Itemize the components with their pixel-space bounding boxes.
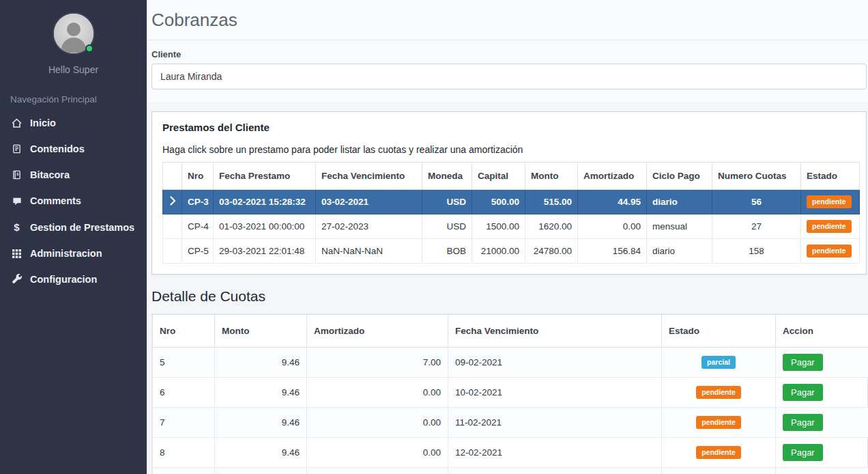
cuota-cell-estado: parcial [662,348,776,378]
loan-cell-estado: pendiente [801,214,860,239]
loan-cell-estado: pendiente [801,190,860,214]
cuota-cell-fecha_vencimiento: 09-02-2021 [448,348,662,378]
client-label: Cliente [151,49,867,59]
cuotas-col-estado: Estado [662,315,776,348]
loan-cell-moneda: USD [422,214,472,239]
client-input[interactable] [151,64,867,89]
cuota-cell-amortizado: 0.00 [307,378,448,408]
user-panel: Hello Super [0,0,147,75]
app-root: Hello Super Navegación Principal InicioC… [0,0,868,474]
chevron-right-icon [169,197,176,208]
sidebar-item-comments[interactable]: Comments [0,188,147,214]
cuota-cell-nro: 9 [153,468,215,474]
cuota-cell-accion: Pagar [776,408,868,438]
cuota-cell-accion: Pagar [776,378,868,408]
main-content: Cobranzas Cliente Prestamos del Cliente … [147,0,868,474]
estado-badge: pendiente [696,386,741,399]
dollar-icon: $ [10,221,23,233]
loan-cell-fecha_prestamo: 29-03-2021 22:01:48 [214,239,316,264]
cuotas-table: NroMontoAmortizadoFecha VencimientoEstad… [152,314,868,474]
grid-icon [10,249,23,259]
pagar-button[interactable]: Pagar [783,384,823,401]
page-title: Cobranzas [151,10,852,31]
sidebar-item-bitacora[interactable]: Bitacora [0,162,147,188]
estado-badge: pendiente [696,416,741,429]
sidebar-item-label: Bitacora [30,169,70,180]
loans-card-title: Prestamos del Cliente [162,122,856,133]
cuota-cell-amortizado: 0.00 [307,438,448,468]
loan-cell-ciclo_pago: diario [647,190,712,214]
estado-badge: pendiente [807,220,852,233]
estado-badge: pendiente [807,245,852,257]
cuota-cell-fecha_vencimiento: 10-02-2021 [448,378,662,408]
pagar-button[interactable]: Pagar [783,414,823,431]
loan-cell-ciclo_pago: diario [647,239,712,264]
sidebar-item-label: Gestion de Prestamos [30,222,134,233]
loans-col-amortizado: Amortizado [578,163,647,190]
cuota-row: 99.460.0013-02-2021pendientePagar [153,468,868,474]
estado-badge: pendiente [696,446,741,459]
cuota-cell-nro: 6 [153,378,215,408]
row-chevron-cell [163,239,182,264]
loan-cell-nro: CP-3 [182,190,214,214]
loan-row[interactable]: CP-303-02-2021 15:28:3203-02-2021USD500.… [163,190,860,214]
page-header: Cobranzas [147,0,868,40]
cuotas-col-accion: Accion [776,315,868,348]
cuota-row: 89.460.0012-02-2021pendientePagar [153,438,868,468]
loan-cell-fecha_vencimiento: 27-02-2023 [316,214,422,239]
cuota-cell-estado: pendiente [662,378,776,408]
cuota-cell-estado: pendiente [662,468,776,474]
cuota-cell-fecha_vencimiento: 11-02-2021 [448,408,662,438]
client-block: Cliente [147,40,868,102]
cuota-row: 79.460.0011-02-2021pendientePagar [153,408,868,438]
cuota-row: 69.460.0010-02-2021pendientePagar [153,378,868,408]
cuotas-col-amortizado: Amortizado [307,315,448,348]
row-chevron-cell [163,190,182,214]
sidebar-item-label: Contenidos [30,143,85,154]
pagar-button[interactable]: Pagar [783,444,823,461]
sidebar-item-contenidos[interactable]: Contenidos [0,136,147,162]
cuota-cell-accion: Pagar [776,468,868,474]
cuota-cell-fecha_vencimiento: 12-02-2021 [448,438,662,468]
estado-badge: parcial [701,356,736,369]
cuota-cell-estado: pendiente [662,408,776,438]
loan-cell-nro: CP-5 [182,239,214,264]
sidebar: Hello Super Navegación Principal InicioC… [0,0,147,474]
sidebar-item-administracion[interactable]: Administracion [0,240,147,266]
loan-cell-fecha_prestamo: 03-02-2021 15:28:32 [214,190,316,214]
loan-cell-estado: pendiente [801,239,860,264]
loan-row[interactable]: CP-401-03-2021 00:00:0027-02-2023USD1500… [163,214,860,239]
loan-cell-monto: 1620.00 [525,214,578,239]
cuotas-header-row: NroMontoAmortizadoFecha VencimientoEstad… [153,315,868,348]
sidebar-item-gestion-de-prestamos[interactable]: $Gestion de Prestamos [0,214,147,240]
sidebar-nav: InicioContenidosBitacoraComments$Gestion… [0,110,147,292]
loan-row[interactable]: CP-529-03-2021 22:01:48NaN-NaN-NaNBOB210… [163,239,860,264]
cuotas-col-nro: Nro [153,315,215,348]
loans-col-moneda: Moneda [422,163,472,190]
loan-cell-numero_cuotas: 56 [712,190,801,214]
loans-col-fecha-vencimiento: Fecha Vencimiento [316,163,422,190]
sidebar-item-inicio[interactable]: Inicio [0,110,147,136]
pagar-button[interactable]: Pagar [783,354,823,371]
loan-cell-ciclo_pago: mensual [647,214,712,239]
loan-cell-moneda: BOB [422,239,472,264]
cuota-cell-fecha_vencimiento: 13-02-2021 [448,468,662,474]
sidebar-item-configuracion[interactable]: Configuracion [0,266,147,292]
loan-cell-amortizado: 44.95 [578,190,647,214]
journal-icon [10,169,23,180]
home-icon [10,117,23,128]
loan-cell-amortizado: 0.00 [578,214,647,239]
loans-col-numero-cuotas: Numero Cuotas [712,163,801,190]
cuota-cell-monto: 9.46 [215,468,307,474]
cuota-cell-accion: Pagar [776,348,868,378]
loan-cell-fecha_prestamo: 01-03-2021 00:00:00 [214,214,316,239]
sidebar-item-label: Administracion [30,248,102,259]
cuota-cell-nro: 5 [153,348,215,378]
loan-cell-capital: 500.00 [472,190,525,214]
sidebar-item-label: Inicio [30,117,56,128]
sidebar-item-label: Configuracion [30,274,97,285]
loans-card-subtitle: Haga click sobre un prestamo para poder … [162,144,856,155]
cuotas-col-fecha-vencimiento: Fecha Vencimiento [448,315,662,348]
cuota-cell-nro: 7 [153,408,215,438]
row-chevron-cell [163,214,182,239]
